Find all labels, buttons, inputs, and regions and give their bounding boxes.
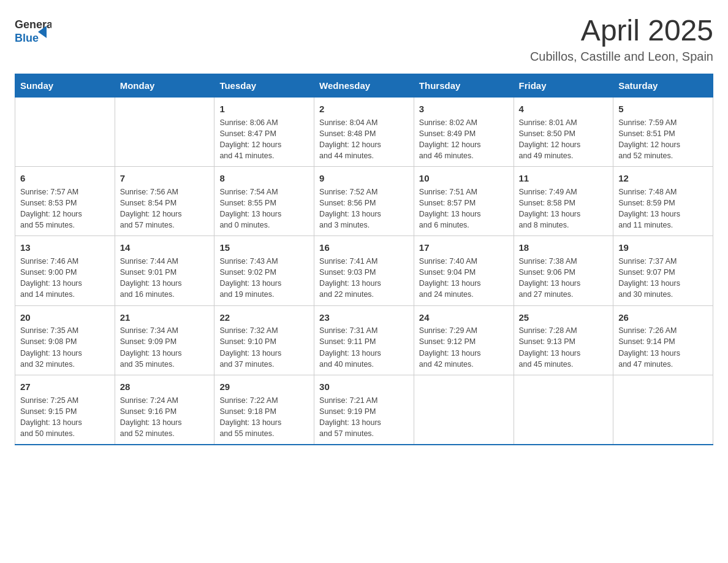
day-number: 22 xyxy=(219,311,309,324)
calendar-cell: 10Sunrise: 7:51 AM Sunset: 8:57 PM Dayli… xyxy=(414,167,514,236)
calendar-cell: 3Sunrise: 8:02 AM Sunset: 8:49 PM Daylig… xyxy=(414,97,514,166)
day-info: Sunrise: 7:32 AM Sunset: 9:10 PM Dayligh… xyxy=(219,325,309,370)
calendar-cell: 13Sunrise: 7:46 AM Sunset: 9:00 PM Dayli… xyxy=(15,236,115,305)
calendar-cell xyxy=(514,375,613,445)
day-info: Sunrise: 7:43 AM Sunset: 9:02 PM Dayligh… xyxy=(219,256,309,301)
day-number: 6 xyxy=(20,172,110,185)
header-tuesday: Tuesday xyxy=(214,74,314,97)
day-number: 9 xyxy=(319,172,409,185)
day-number: 4 xyxy=(519,102,609,116)
day-number: 1 xyxy=(219,102,309,116)
day-info: Sunrise: 7:41 AM Sunset: 9:03 PM Dayligh… xyxy=(319,256,409,301)
logo: General Blue xyxy=(15,15,51,48)
day-number: 11 xyxy=(519,172,609,185)
calendar-cell: 1Sunrise: 8:06 AM Sunset: 8:47 PM Daylig… xyxy=(214,97,314,166)
day-info: Sunrise: 7:31 AM Sunset: 9:11 PM Dayligh… xyxy=(319,325,409,370)
day-number: 21 xyxy=(120,311,210,324)
day-number: 29 xyxy=(219,380,309,394)
day-info: Sunrise: 7:29 AM Sunset: 9:12 PM Dayligh… xyxy=(419,325,509,370)
calendar-cell: 5Sunrise: 7:59 AM Sunset: 8:51 PM Daylig… xyxy=(613,97,713,166)
day-info: Sunrise: 7:22 AM Sunset: 9:18 PM Dayligh… xyxy=(219,395,309,440)
day-number: 23 xyxy=(319,311,409,324)
day-number: 26 xyxy=(618,311,708,324)
calendar-cell: 6Sunrise: 7:57 AM Sunset: 8:53 PM Daylig… xyxy=(15,167,115,236)
day-number: 15 xyxy=(219,241,309,255)
day-info: Sunrise: 7:21 AM Sunset: 9:19 PM Dayligh… xyxy=(319,395,409,440)
day-info: Sunrise: 7:44 AM Sunset: 9:01 PM Dayligh… xyxy=(120,256,210,301)
calendar-cell: 9Sunrise: 7:52 AM Sunset: 8:56 PM Daylig… xyxy=(314,167,414,236)
day-info: Sunrise: 8:04 AM Sunset: 8:48 PM Dayligh… xyxy=(319,117,409,162)
day-number: 20 xyxy=(20,311,110,324)
day-info: Sunrise: 7:54 AM Sunset: 8:55 PM Dayligh… xyxy=(219,186,309,231)
day-info: Sunrise: 7:38 AM Sunset: 9:06 PM Dayligh… xyxy=(519,256,609,301)
calendar-cell: 29Sunrise: 7:22 AM Sunset: 9:18 PM Dayli… xyxy=(214,375,314,445)
calendar-header: Sunday Monday Tuesday Wednesday Thursday… xyxy=(15,74,713,97)
calendar-cell: 20Sunrise: 7:35 AM Sunset: 9:08 PM Dayli… xyxy=(15,305,115,375)
day-info: Sunrise: 8:06 AM Sunset: 8:47 PM Dayligh… xyxy=(219,117,309,162)
header-row: Sunday Monday Tuesday Wednesday Thursday… xyxy=(15,74,713,97)
page-title: April 2025 xyxy=(530,15,713,47)
calendar-cell: 21Sunrise: 7:34 AM Sunset: 9:09 PM Dayli… xyxy=(115,305,214,375)
day-number: 17 xyxy=(419,241,509,255)
calendar-cell: 8Sunrise: 7:54 AM Sunset: 8:55 PM Daylig… xyxy=(214,167,314,236)
day-info: Sunrise: 7:59 AM Sunset: 8:51 PM Dayligh… xyxy=(618,117,708,162)
day-number: 7 xyxy=(120,172,210,185)
svg-text:Blue: Blue xyxy=(15,32,39,44)
calendar-cell: 19Sunrise: 7:37 AM Sunset: 9:07 PM Dayli… xyxy=(613,236,713,305)
calendar-cell: 24Sunrise: 7:29 AM Sunset: 9:12 PM Dayli… xyxy=(414,305,514,375)
calendar-cell: 23Sunrise: 7:31 AM Sunset: 9:11 PM Dayli… xyxy=(314,305,414,375)
calendar-cell xyxy=(613,375,713,445)
day-info: Sunrise: 8:02 AM Sunset: 8:49 PM Dayligh… xyxy=(419,117,509,162)
day-number: 24 xyxy=(419,311,509,324)
day-info: Sunrise: 7:49 AM Sunset: 8:58 PM Dayligh… xyxy=(519,186,609,231)
calendar-cell: 18Sunrise: 7:38 AM Sunset: 9:06 PM Dayli… xyxy=(514,236,613,305)
calendar-cell: 15Sunrise: 7:43 AM Sunset: 9:02 PM Dayli… xyxy=(214,236,314,305)
calendar-week-4: 20Sunrise: 7:35 AM Sunset: 9:08 PM Dayli… xyxy=(15,305,713,375)
header-wednesday: Wednesday xyxy=(314,74,414,97)
day-info: Sunrise: 7:35 AM Sunset: 9:08 PM Dayligh… xyxy=(20,325,110,370)
day-number: 27 xyxy=(20,380,110,394)
calendar-cell xyxy=(15,97,115,166)
calendar-cell: 7Sunrise: 7:56 AM Sunset: 8:54 PM Daylig… xyxy=(115,167,214,236)
calendar-week-5: 27Sunrise: 7:25 AM Sunset: 9:15 PM Dayli… xyxy=(15,375,713,445)
calendar-week-2: 6Sunrise: 7:57 AM Sunset: 8:53 PM Daylig… xyxy=(15,167,713,236)
day-info: Sunrise: 7:28 AM Sunset: 9:13 PM Dayligh… xyxy=(519,325,609,370)
header-thursday: Thursday xyxy=(414,74,514,97)
day-number: 3 xyxy=(419,102,509,116)
day-number: 28 xyxy=(120,380,210,394)
day-info: Sunrise: 7:37 AM Sunset: 9:07 PM Dayligh… xyxy=(618,256,708,301)
day-number: 30 xyxy=(319,380,409,394)
calendar-cell: 27Sunrise: 7:25 AM Sunset: 9:15 PM Dayli… xyxy=(15,375,115,445)
day-info: Sunrise: 7:48 AM Sunset: 8:59 PM Dayligh… xyxy=(618,186,708,231)
header-friday: Friday xyxy=(514,74,613,97)
calendar-cell: 11Sunrise: 7:49 AM Sunset: 8:58 PM Dayli… xyxy=(514,167,613,236)
calendar-cell: 4Sunrise: 8:01 AM Sunset: 8:50 PM Daylig… xyxy=(514,97,613,166)
calendar-cell: 30Sunrise: 7:21 AM Sunset: 9:19 PM Dayli… xyxy=(314,375,414,445)
day-number: 8 xyxy=(219,172,309,185)
day-info: Sunrise: 7:34 AM Sunset: 9:09 PM Dayligh… xyxy=(120,325,210,370)
calendar-cell: 28Sunrise: 7:24 AM Sunset: 9:16 PM Dayli… xyxy=(115,375,214,445)
day-info: Sunrise: 8:01 AM Sunset: 8:50 PM Dayligh… xyxy=(519,117,609,162)
calendar-cell: 26Sunrise: 7:26 AM Sunset: 9:14 PM Dayli… xyxy=(613,305,713,375)
day-number: 2 xyxy=(319,102,409,116)
calendar-table: Sunday Monday Tuesday Wednesday Thursday… xyxy=(15,74,713,445)
day-number: 10 xyxy=(419,172,509,185)
calendar-body: 1Sunrise: 8:06 AM Sunset: 8:47 PM Daylig… xyxy=(15,97,713,445)
calendar-cell: 22Sunrise: 7:32 AM Sunset: 9:10 PM Dayli… xyxy=(214,305,314,375)
day-info: Sunrise: 7:46 AM Sunset: 9:00 PM Dayligh… xyxy=(20,256,110,301)
calendar-cell xyxy=(115,97,214,166)
calendar-week-1: 1Sunrise: 8:06 AM Sunset: 8:47 PM Daylig… xyxy=(15,97,713,166)
day-info: Sunrise: 7:24 AM Sunset: 9:16 PM Dayligh… xyxy=(120,395,210,440)
day-info: Sunrise: 7:25 AM Sunset: 9:15 PM Dayligh… xyxy=(20,395,110,440)
header-monday: Monday xyxy=(115,74,214,97)
header-saturday: Saturday xyxy=(613,74,713,97)
day-number: 16 xyxy=(319,241,409,255)
calendar-cell xyxy=(414,375,514,445)
calendar-cell: 14Sunrise: 7:44 AM Sunset: 9:01 PM Dayli… xyxy=(115,236,214,305)
day-info: Sunrise: 7:52 AM Sunset: 8:56 PM Dayligh… xyxy=(319,186,409,231)
day-info: Sunrise: 7:26 AM Sunset: 9:14 PM Dayligh… xyxy=(618,325,708,370)
calendar-cell: 2Sunrise: 8:04 AM Sunset: 8:48 PM Daylig… xyxy=(314,97,414,166)
page-subtitle: Cubillos, Castille and Leon, Spain xyxy=(530,50,713,64)
page-header: General Blue April 2025 Cubillos, Castil… xyxy=(15,15,713,64)
calendar-cell: 12Sunrise: 7:48 AM Sunset: 8:59 PM Dayli… xyxy=(613,167,713,236)
